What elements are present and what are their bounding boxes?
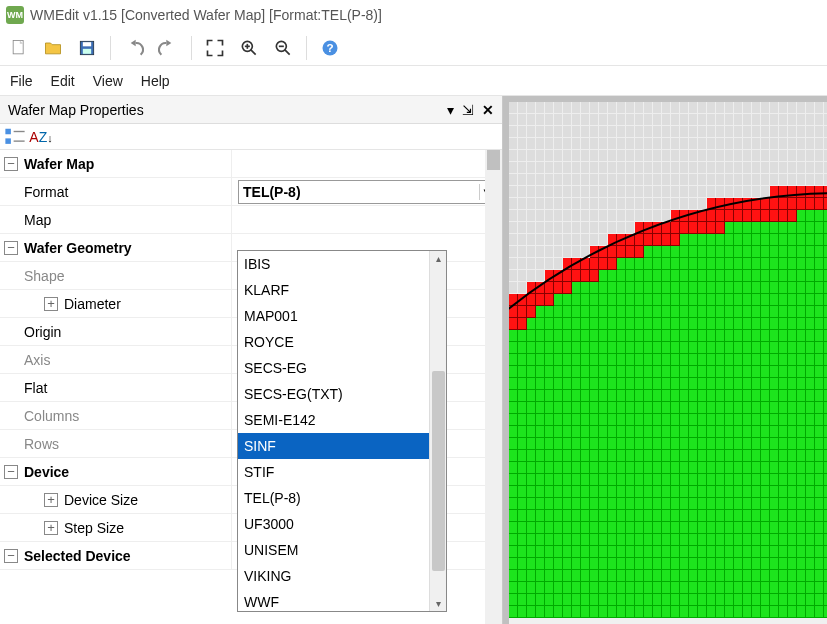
collapse-icon[interactable]: − (4, 157, 18, 171)
wafer-die[interactable] (779, 102, 788, 114)
wafer-die[interactable] (572, 210, 581, 222)
wafer-die[interactable] (725, 186, 734, 198)
wafer-die[interactable] (653, 138, 662, 150)
wafer-die[interactable] (509, 210, 518, 222)
categorized-button[interactable] (4, 126, 26, 148)
wafer-die[interactable] (707, 186, 716, 198)
wafer-die[interactable] (644, 210, 653, 222)
wafer-die[interactable] (581, 162, 590, 174)
wafer-die[interactable] (527, 114, 536, 126)
wafer-die[interactable] (788, 102, 797, 114)
wafer-die[interactable] (608, 150, 617, 162)
wafer-die[interactable] (635, 210, 644, 222)
wafer-die[interactable] (599, 210, 608, 222)
wafer-die[interactable] (680, 126, 689, 138)
wafer-die[interactable] (806, 174, 815, 186)
wafer-die[interactable] (716, 150, 725, 162)
wafer-die[interactable] (752, 114, 761, 126)
wafer-die[interactable] (662, 102, 671, 114)
wafer-die[interactable] (572, 138, 581, 150)
wafer-die[interactable] (518, 174, 527, 186)
wafer-die[interactable] (734, 186, 743, 198)
wafer-die[interactable] (581, 114, 590, 126)
wafer-die[interactable] (689, 102, 698, 114)
menu-help[interactable]: Help (141, 73, 170, 89)
wafer-die[interactable] (527, 150, 536, 162)
wafer-die[interactable] (788, 162, 797, 174)
wafer-die[interactable] (509, 282, 518, 294)
wafer-die[interactable] (563, 138, 572, 150)
dropdown-item[interactable]: IBIS (238, 251, 429, 277)
wafer-die[interactable] (554, 174, 563, 186)
wafer-die[interactable] (617, 114, 626, 126)
wafer-die[interactable] (518, 162, 527, 174)
wafer-die[interactable] (653, 114, 662, 126)
wafer-die[interactable] (797, 138, 806, 150)
wafer-die[interactable] (626, 186, 635, 198)
wafer-die[interactable] (671, 138, 680, 150)
wafer-die[interactable] (563, 150, 572, 162)
wafer-die[interactable] (707, 150, 716, 162)
wafer-die[interactable] (770, 126, 779, 138)
wafer-die[interactable] (608, 114, 617, 126)
wafer-die[interactable] (680, 186, 689, 198)
wafer-die[interactable] (752, 126, 761, 138)
wafer-die[interactable] (680, 162, 689, 174)
wafer-die[interactable] (743, 162, 752, 174)
wafer-die[interactable] (599, 186, 608, 198)
wafer-die[interactable] (752, 138, 761, 150)
wafer-die[interactable] (518, 186, 527, 198)
wafer-die[interactable] (725, 114, 734, 126)
wafer-die[interactable] (635, 150, 644, 162)
format-combobox[interactable]: TEL(P-8)▾ (238, 180, 502, 204)
scroll-up-icon[interactable]: ▴ (430, 253, 446, 264)
wafer-die[interactable] (716, 162, 725, 174)
wafer-die[interactable] (518, 198, 527, 210)
dropdown-item[interactable]: STIF (238, 459, 429, 485)
wafer-die[interactable] (509, 138, 518, 150)
wafer-die[interactable] (698, 162, 707, 174)
wafer-die[interactable] (725, 174, 734, 186)
wafer-die[interactable] (509, 150, 518, 162)
wafer-die[interactable] (761, 114, 770, 126)
wafer-die[interactable] (779, 174, 788, 186)
wafer-die[interactable] (662, 138, 671, 150)
wafer-die[interactable] (644, 126, 653, 138)
wafer-die[interactable] (599, 102, 608, 114)
wafer-die[interactable] (545, 258, 554, 270)
wafer-die[interactable] (545, 186, 554, 198)
dropdown-item[interactable]: ROYCE (238, 329, 429, 355)
wafer-die[interactable] (509, 114, 518, 126)
wafer-die[interactable] (635, 138, 644, 150)
wafer-die[interactable] (608, 138, 617, 150)
wafer-die[interactable] (644, 174, 653, 186)
wafer-die[interactable] (743, 150, 752, 162)
wafer-die[interactable] (797, 174, 806, 186)
wafer-die[interactable] (536, 162, 545, 174)
wafer-die[interactable] (815, 150, 824, 162)
wafer-die[interactable] (698, 186, 707, 198)
wafer-die[interactable] (644, 150, 653, 162)
wafer-die[interactable] (608, 222, 617, 234)
wafer-die[interactable] (617, 162, 626, 174)
wafer-die[interactable] (725, 102, 734, 114)
wafer-die[interactable] (734, 138, 743, 150)
wafer-die[interactable] (527, 258, 536, 270)
wafer-die[interactable] (509, 246, 518, 258)
wafer-die[interactable] (734, 126, 743, 138)
wafer-die[interactable] (527, 162, 536, 174)
wafer-die[interactable] (617, 222, 626, 234)
wafer-die[interactable] (707, 174, 716, 186)
wafer-die[interactable] (545, 174, 554, 186)
wafer-die[interactable] (797, 162, 806, 174)
wafer-die[interactable] (671, 102, 680, 114)
dropdown-item[interactable]: VIKING (238, 563, 429, 589)
wafer-die[interactable] (815, 114, 824, 126)
wafer-die[interactable] (536, 222, 545, 234)
wafer-die[interactable] (590, 126, 599, 138)
wafer-die[interactable] (527, 222, 536, 234)
wafer-die[interactable] (698, 138, 707, 150)
wafer-die[interactable] (644, 186, 653, 198)
dropdown-item[interactable]: UNISEM (238, 537, 429, 563)
wafer-die[interactable] (707, 162, 716, 174)
